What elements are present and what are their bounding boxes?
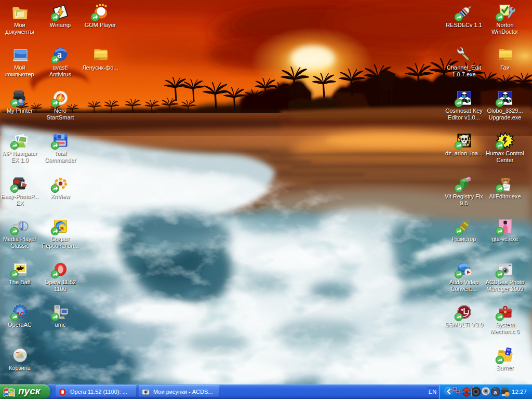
svg-text:C: C — [509, 98, 512, 103]
svg-text:a: a — [494, 388, 497, 396]
svg-text:C: C — [468, 98, 471, 103]
svg-text:M: M — [462, 94, 466, 99]
svg-text:12:27: 12:27 — [512, 389, 527, 395]
svg-text:Я: Я — [60, 225, 63, 231]
svg-text:M: M — [503, 94, 507, 99]
